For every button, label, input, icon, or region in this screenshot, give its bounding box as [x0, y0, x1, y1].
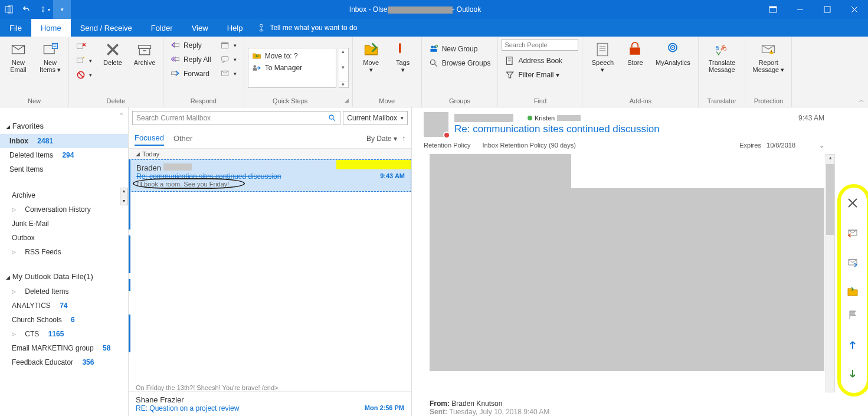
address-book-button[interactable]: Address Book	[502, 54, 578, 67]
new-group-button[interactable]: New Group	[425, 42, 494, 55]
group-find-label: Find	[502, 96, 578, 107]
undo-icon[interactable]	[18, 0, 35, 19]
redacted-block	[430, 154, 571, 189]
tab-view[interactable]: View	[182, 19, 218, 37]
message-item-stub[interactable]	[129, 279, 411, 291]
tags-button[interactable]: Tags ▾	[388, 39, 418, 76]
message-item-stub[interactable]	[129, 192, 411, 230]
svg-rect-4	[769, 6, 777, 8]
date-group-today[interactable]: ◢Today	[129, 149, 411, 159]
nav-emailmkt[interactable]: Email MARKETING group 58	[0, 341, 128, 355]
maximize-icon[interactable]	[814, 0, 841, 19]
nav-deleted[interactable]: Deleted Items 294	[0, 148, 128, 162]
more-respond-icon[interactable]: ▾	[217, 67, 240, 80]
nav-rss[interactable]: ▷ RSS Feeds	[0, 245, 128, 259]
quick-step-move-to[interactable]: Move to: ?	[251, 51, 333, 61]
nav-analytics[interactable]: ANALYTICS 74	[0, 299, 128, 313]
reply-button[interactable]: Reply	[167, 39, 215, 52]
message-item-stub[interactable]	[129, 235, 411, 273]
message-item[interactable]: Shane Frazier RE: Question on a project …	[129, 391, 411, 416]
minimize-icon[interactable]	[787, 0, 814, 19]
tab-folder[interactable]: Folder	[142, 19, 182, 37]
nav-scroll[interactable]: ▴▾	[120, 188, 128, 205]
datafile-header[interactable]: ◢ My Outlook Data File(1)	[0, 268, 128, 284]
speech-button[interactable]: Speech ▾	[586, 39, 619, 76]
nav-outbox[interactable]: Outbox	[0, 231, 128, 245]
message-item-stub[interactable]	[129, 315, 411, 352]
quick-step-to-manager[interactable]: To Manager	[251, 63, 333, 73]
mini-forward-icon[interactable]	[846, 255, 860, 269]
junk-icon[interactable]: ▾	[73, 68, 96, 81]
im-icon[interactable]: ▾	[217, 53, 240, 66]
message-body[interactable]: ▴	[430, 154, 824, 392]
nav-archive[interactable]: Archive	[0, 188, 128, 202]
close-icon[interactable]	[841, 0, 868, 19]
svg-point-2	[42, 10, 44, 12]
tab-focused[interactable]: Focused	[135, 131, 164, 146]
sender-avatar[interactable]	[424, 112, 448, 137]
qat-customize-icon[interactable]: ▾	[53, 0, 71, 19]
tab-file[interactable]: File	[0, 19, 31, 37]
svg-rect-25	[139, 45, 151, 48]
search-scope-dropdown[interactable]: Current Mailbox▾	[343, 111, 408, 125]
svg-line-22	[78, 73, 83, 77]
browse-groups-button[interactable]: Browse Groups	[425, 57, 494, 70]
nav-feedback[interactable]: Feedback Educator 356	[0, 355, 128, 369]
collapse-ribbon-icon[interactable]: ︿	[859, 96, 864, 104]
archive-button[interactable]: Archive	[130, 39, 159, 68]
app-icon[interactable]	[0, 0, 18, 19]
quick-steps-gallery[interactable]: Move to: ? To Manager	[248, 48, 336, 88]
store-button[interactable]: Store	[621, 39, 648, 68]
tell-me-search[interactable]: Tell me what you want to do	[258, 24, 357, 32]
nav-inbox[interactable]: Inbox 2481	[0, 134, 128, 148]
sender-name-redacted	[454, 114, 513, 122]
delete-button[interactable]: Delete	[98, 39, 127, 68]
nav-deleted2[interactable]: ▷ Deleted Items	[0, 284, 128, 299]
highlight-annotation	[336, 160, 411, 169]
mini-reply-icon[interactable]	[846, 225, 860, 240]
ignore-icon[interactable]	[73, 40, 96, 53]
meeting-icon[interactable]: ▾	[217, 39, 240, 52]
new-items-button[interactable]: New Items ▾	[35, 39, 65, 76]
nav-junk[interactable]: Junk E-Mail	[0, 217, 128, 231]
tab-help[interactable]: Help	[218, 19, 253, 37]
filter-email-button[interactable]: Filter Email ▾	[502, 68, 578, 81]
tab-send-receive[interactable]: Send / Receive	[71, 19, 142, 37]
reading-scrollbar[interactable]: ▴	[826, 154, 835, 392]
ribbon-display-options-icon[interactable]	[759, 0, 787, 19]
svg-point-37	[431, 45, 434, 48]
svg-text:a: a	[716, 44, 719, 51]
svg-rect-17	[77, 44, 83, 48]
nav-conv-history[interactable]: ▷ Conversation History	[0, 202, 128, 217]
mini-next-icon[interactable]	[846, 367, 860, 381]
myanalytics-button[interactable]: MyAnalytics	[651, 39, 695, 68]
favorites-header[interactable]: ◢ Favorites	[0, 118, 128, 134]
tab-home[interactable]: Home	[31, 19, 71, 37]
svg-point-54	[673, 47, 674, 48]
nav-church[interactable]: Church Schools 6	[0, 313, 128, 327]
tab-other[interactable]: Other	[173, 132, 193, 145]
report-message-button[interactable]: Report Message ▾	[749, 39, 788, 76]
group-quick-steps-label: Quick Steps◢	[248, 96, 349, 107]
mini-delete-icon[interactable]	[846, 196, 860, 210]
search-mailbox-input[interactable]: Search Current Mailbox	[132, 111, 340, 125]
mini-flag-icon[interactable]	[846, 308, 860, 322]
sort-direction-icon[interactable]: ↑	[402, 135, 405, 143]
recipient[interactable]: Kristen	[528, 114, 581, 122]
reply-all-button[interactable]: Reply All	[167, 53, 215, 66]
sort-by-date[interactable]: By Date ▾	[366, 135, 397, 143]
nav-cts[interactable]: ▷ CTS 1165	[0, 327, 128, 341]
mini-archive-icon[interactable]	[846, 284, 860, 299]
mini-prev-icon[interactable]	[846, 338, 860, 352]
new-email-button[interactable]: New Email	[4, 39, 33, 76]
collapse-nav-icon[interactable]: ＜	[0, 110, 128, 118]
forward-button[interactable]: Forward	[167, 67, 215, 80]
qat-touch-icon[interactable]: ▾	[35, 0, 53, 19]
expand-header-icon[interactable]: ⌄	[819, 142, 824, 149]
translate-button[interactable]: aあ Translate Message	[702, 39, 741, 76]
cleanup-icon[interactable]: ▾	[73, 54, 96, 67]
move-button[interactable]: Move ▾	[356, 39, 386, 76]
nav-sent[interactable]: Sent Items	[0, 162, 128, 176]
message-item-selected[interactable]: Braden Re: communication sites continued…	[129, 159, 411, 192]
search-people-input[interactable]	[502, 39, 578, 51]
